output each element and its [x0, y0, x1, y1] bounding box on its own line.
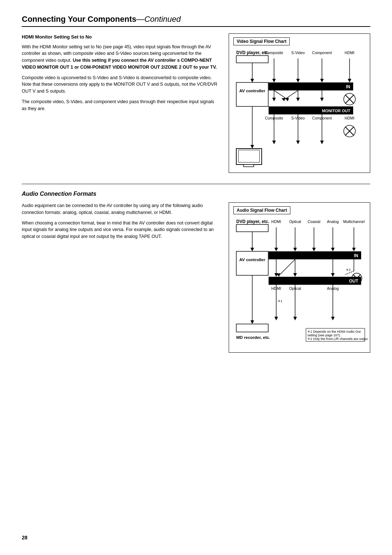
video-flow-svg: DVD player, etc. Composite S-Video Compo… — [233, 48, 368, 168]
svg-marker-78 — [250, 320, 254, 324]
svg-text:HDMI: HDMI — [345, 50, 355, 55]
hdmi-para-1: With the HDMI Monitor setting set to No … — [22, 44, 218, 71]
svg-marker-25 — [296, 98, 300, 101]
svg-marker-68 — [312, 248, 316, 251]
audio-section-heading-row: Audio Connection Formats — [22, 191, 370, 197]
svg-marker-102 — [293, 317, 297, 320]
svg-marker-104 — [331, 317, 335, 320]
svg-marker-44 — [296, 141, 300, 144]
hdmi-heading: HDMI Monitor Setting Set to No — [22, 33, 218, 41]
hdmi-section: HDMI Monitor Setting Set to No With the … — [22, 33, 370, 173]
svg-marker-66 — [293, 248, 297, 251]
svg-text:IN: IN — [346, 84, 350, 89]
svg-rect-93 — [269, 277, 361, 285]
svg-marker-11 — [296, 79, 300, 82]
page-header: Connecting Your Components—Continued — [22, 15, 370, 27]
page-number: 28 — [22, 535, 28, 540]
section-divider — [22, 184, 370, 184]
audio-para-1: Audio equipment can be connected to the … — [22, 202, 218, 216]
svg-text:Composite: Composite — [265, 50, 283, 55]
svg-marker-42 — [272, 141, 276, 144]
svg-marker-82 — [293, 273, 297, 277]
svg-rect-18 — [236, 82, 268, 106]
audio-flow-svg: DVD player, etc. HDMI Optical Coaxial An… — [233, 217, 368, 348]
svg-marker-62 — [250, 248, 254, 251]
svg-text:Analog: Analog — [327, 219, 339, 224]
svg-rect-16 — [269, 82, 353, 90]
svg-text:AV controller: AV controller — [239, 89, 265, 93]
svg-text:HDMI: HDMI — [345, 116, 355, 120]
svg-marker-29 — [282, 98, 285, 101]
svg-text:Coaxial: Coaxial — [307, 219, 320, 224]
svg-text:DVD player, etc.: DVD player, etc. — [236, 50, 269, 55]
svg-text:✳1  Depends on the HDMI Audio : ✳1 Depends on the HDMI Audio Out — [307, 330, 361, 333]
svg-text:Component: Component — [312, 50, 332, 55]
hdmi-text-col: HDMI Monitor Setting Set to No With the … — [22, 33, 218, 173]
svg-rect-52 — [244, 165, 254, 167]
svg-rect-55 — [236, 224, 268, 232]
svg-text:MONITOR OUT: MONITOR OUT — [322, 109, 350, 113]
svg-text:✳2: ✳2 — [346, 268, 351, 272]
svg-marker-13 — [320, 79, 324, 82]
svg-line-28 — [285, 90, 298, 99]
svg-marker-15 — [348, 79, 351, 82]
audio-flow-chart-title: Audio Signal Flow Chart — [233, 206, 290, 214]
svg-line-83 — [280, 259, 295, 275]
svg-marker-31 — [320, 98, 324, 101]
svg-marker-70 — [331, 248, 335, 251]
svg-marker-23 — [272, 98, 276, 101]
svg-marker-21 — [250, 145, 254, 149]
svg-rect-73 — [269, 251, 361, 259]
audio-section-title: Audio Connection Formats — [22, 191, 370, 197]
svg-text:IN: IN — [354, 253, 358, 258]
svg-rect-1 — [236, 56, 268, 63]
svg-marker-86 — [331, 273, 335, 277]
svg-text:HDMI: HDMI — [271, 219, 281, 224]
video-flow-chart-container: Video Signal Flow Chart DVD player, etc.… — [229, 33, 370, 173]
svg-text:Optical: Optical — [289, 219, 301, 224]
svg-text:OUT: OUT — [349, 279, 359, 284]
audio-flow-chart-box: Audio Signal Flow Chart DVD player, etc.… — [229, 202, 370, 353]
svg-marker-99 — [274, 317, 278, 320]
svg-rect-51 — [238, 150, 260, 162]
svg-text:setting (see page 107).: setting (see page 107). — [307, 333, 341, 337]
hdmi-para-3: The composite video, S-Video, and compon… — [22, 98, 218, 112]
svg-text:MD recorder, etc.: MD recorder, etc. — [236, 335, 270, 340]
audio-section: Audio equipment can be connected to the … — [22, 202, 370, 353]
svg-marker-9 — [272, 79, 276, 82]
hdmi-para-2: Composite video is upconverted to S-Vide… — [22, 74, 218, 95]
svg-rect-75 — [236, 251, 268, 275]
page-title: Connecting Your Components—Continued — [22, 15, 181, 24]
audio-para-2: When choosing a connection format, bear … — [22, 220, 218, 240]
audio-text-col: Audio equipment can be connected to the … — [22, 202, 218, 353]
video-flow-chart-box: Video Signal Flow Chart DVD player, etc.… — [229, 33, 370, 173]
svg-marker-64 — [274, 248, 278, 251]
svg-marker-72 — [352, 248, 356, 251]
svg-rect-105 — [236, 324, 268, 332]
svg-text:DVD player, etc.: DVD player, etc. — [236, 219, 269, 224]
svg-text:✳2  Only the front L/R channel: ✳2 Only the front L/R channels are outpu… — [307, 337, 368, 341]
svg-text:Multichannel: Multichannel — [343, 219, 365, 224]
svg-text:S-Video: S-Video — [291, 50, 305, 55]
svg-text:AV controller: AV controller — [239, 258, 265, 262]
video-flow-chart-title: Video Signal Flow Chart — [233, 37, 290, 45]
svg-marker-7 — [250, 79, 254, 82]
svg-text:✳1: ✳1 — [278, 299, 282, 303]
svg-marker-46 — [320, 141, 324, 144]
audio-flow-chart-container: Audio Signal Flow Chart DVD player, etc.… — [229, 202, 370, 353]
